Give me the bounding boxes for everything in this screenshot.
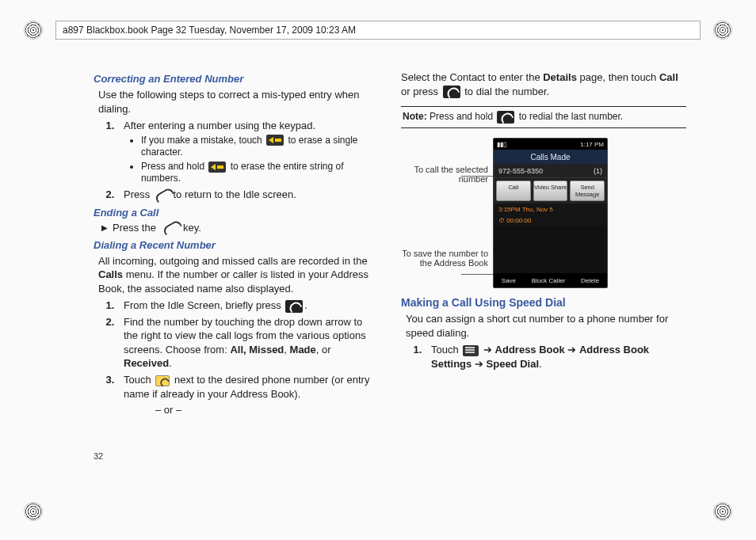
heading-speed-dial: Making a Call Using Speed Dial xyxy=(401,296,686,309)
phone-video-share-button: Video Share xyxy=(533,181,568,201)
phone-block: Block Caller xyxy=(532,277,566,284)
crop-mark-right-icon xyxy=(712,500,734,523)
phone-bottom-bar: Save Block Caller Delete xyxy=(494,273,607,287)
bullet-1b: Press and hold to erase the entire strin… xyxy=(141,161,379,185)
continuation-text: Select the Contact to enter the Details … xyxy=(401,70,686,98)
step-2: Press to return to the Idle screen. xyxy=(117,188,379,202)
phone-time: 1:17 PM xyxy=(580,141,604,148)
heading-ending: Ending a Call xyxy=(94,207,379,219)
speed-dial-intro: You can assign a short cut number to a p… xyxy=(406,312,686,340)
phone-send-message-button: Send Message xyxy=(570,181,605,201)
recent-step-1: From the Idle Screen, briefly press . xyxy=(117,299,379,313)
callout-call-selected: To call the selected number xyxy=(401,165,488,184)
triangle-icon: ▶ xyxy=(101,223,108,232)
ending-step: ▶ Press the key. xyxy=(101,222,379,234)
crop-mark-left-icon xyxy=(22,500,44,523)
running-header: a897 Blackbox.book Page 32 Tuesday, Nove… xyxy=(55,21,701,40)
heading-correcting: Correcting an Entered Number xyxy=(94,73,379,85)
crop-mark-left-icon xyxy=(22,19,44,41)
recent-step-2: Find the number by touching the drop dow… xyxy=(117,315,379,371)
phone-call-button: Call xyxy=(496,181,531,201)
phone-datetime: 3:15PM Thu, Nov 5 xyxy=(494,203,607,215)
phone-screenshot-figure: To call the selected number To save the … xyxy=(401,138,686,288)
phone-number-row: 972-555-8350 (1) xyxy=(494,164,607,178)
bullet-1a: If you make a mistake, touch to erase a … xyxy=(141,135,379,159)
phone-number: 972-555-8350 xyxy=(498,167,543,175)
phone-status-bar: ▮▮▯ 1:17 PM xyxy=(494,139,607,150)
recent-intro: All incoming, outgoing and missed calls … xyxy=(98,254,379,296)
signal-icon: ▮▮▯ xyxy=(497,141,506,148)
menu-icon xyxy=(463,345,479,356)
step-1: After entering a number using the keypad… xyxy=(117,119,379,185)
callout-save-number: To save the number to the Address Book xyxy=(401,249,488,268)
end-key-icon xyxy=(155,189,169,202)
intro-text: Use the following steps to correct a mis… xyxy=(98,88,379,116)
end-key-icon xyxy=(162,222,177,234)
speed-dial-step-1: Touch ➔ Address Book ➔ Address Book Sett… xyxy=(425,343,686,371)
content-columns: Correcting an Entered Number Use the fol… xyxy=(94,68,686,477)
page-number: 32 xyxy=(94,451,103,461)
phone-callouts: To call the selected number To save the … xyxy=(401,138,488,288)
heading-dialing-recent: Dialing a Recent Number xyxy=(94,239,379,251)
phone-timer: ⏱ 00:00:00 xyxy=(494,215,607,226)
phone-delete: Delete xyxy=(581,277,599,284)
dial-key-icon xyxy=(497,111,514,124)
phone-empty-area xyxy=(494,226,607,273)
note-box: Note: Press and hold to redial the last … xyxy=(401,106,686,128)
callout-line-icon xyxy=(461,274,493,275)
step-1-text: After entering a number using the keypad… xyxy=(124,120,315,131)
crop-marks-header: a897 Blackbox.book Page 32 Tuesday, Nove… xyxy=(22,19,734,41)
dial-key-icon xyxy=(443,86,460,98)
or-separator: – or – xyxy=(155,403,379,417)
left-column: Correcting an Entered Number Use the fol… xyxy=(94,68,379,477)
phone-mock: ▮▮▯ 1:17 PM Calls Made 972-555-8350 (1) … xyxy=(493,138,608,288)
dial-key-icon xyxy=(285,300,303,313)
callout-line-icon xyxy=(461,176,493,177)
backspace-icon xyxy=(208,162,226,173)
phone-save: Save xyxy=(502,277,516,284)
phone-action-buttons: Call Video Share Send Message xyxy=(494,178,607,203)
phone-count: (1) xyxy=(594,167,602,175)
recent-step-3: Touch next to the desired phone number (… xyxy=(117,373,379,417)
phone-screen-title: Calls Made xyxy=(494,150,607,164)
crop-mark-right-icon xyxy=(712,19,734,41)
right-column: Select the Contact to enter the Details … xyxy=(401,68,686,477)
call-button-icon xyxy=(155,375,170,386)
crop-marks-footer xyxy=(22,500,734,523)
backspace-icon xyxy=(266,135,284,146)
